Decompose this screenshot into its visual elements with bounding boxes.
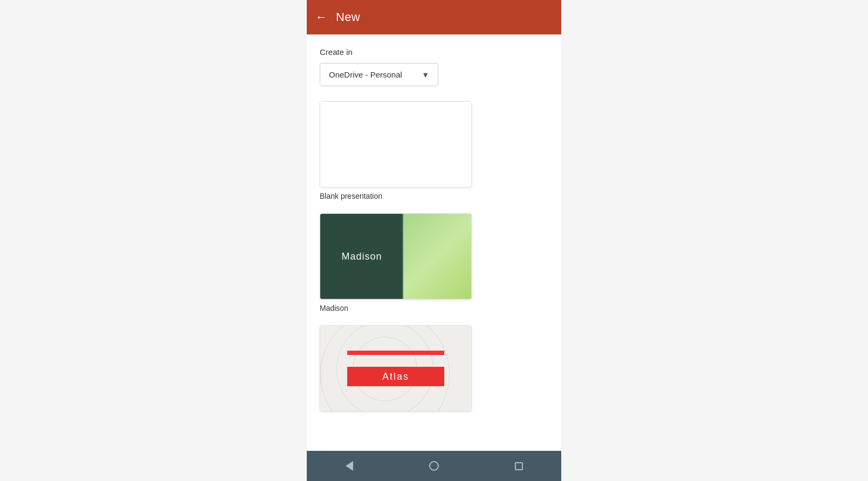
template-item-blank[interactable]: Blank presentation bbox=[320, 101, 548, 200]
create-in-dropdown[interactable]: OneDrive - Personal ▼ bbox=[320, 63, 438, 86]
madison-divider bbox=[402, 214, 403, 299]
chevron-down-icon: ▼ bbox=[422, 71, 429, 79]
madison-preview-text: Madison bbox=[341, 251, 382, 262]
atlas-red-bar: Atlas bbox=[347, 367, 444, 386]
phone-container: ← New Create in OneDrive - Personal ▼ Bl… bbox=[307, 0, 561, 481]
create-in-label: Create in bbox=[320, 47, 548, 57]
atlas-preview: Atlas bbox=[320, 326, 471, 411]
madison-preview: Madison bbox=[320, 214, 471, 299]
page-title: New bbox=[336, 10, 360, 24]
template-name-madison: Madison bbox=[320, 304, 548, 312]
blank-preview bbox=[320, 102, 471, 187]
template-name-blank: Blank presentation bbox=[320, 192, 548, 200]
nav-back-button[interactable] bbox=[336, 453, 362, 479]
dropdown-value: OneDrive - Personal bbox=[329, 70, 402, 79]
atlas-red-bar-top bbox=[347, 351, 444, 355]
nav-home-button[interactable] bbox=[421, 453, 447, 479]
template-item-madison[interactable]: Madison Madison bbox=[320, 213, 548, 312]
recent-nav-icon bbox=[515, 462, 523, 470]
content-area: Create in OneDrive - Personal ▼ Blank pr… bbox=[307, 34, 561, 451]
back-nav-icon bbox=[346, 461, 353, 471]
header: ← New bbox=[307, 0, 561, 34]
template-thumbnail-atlas: Atlas bbox=[320, 325, 472, 412]
madison-right-panel bbox=[403, 214, 471, 299]
bottom-navigation bbox=[307, 451, 561, 481]
madison-left-panel: Madison bbox=[320, 214, 403, 299]
back-button[interactable]: ← bbox=[315, 11, 327, 23]
atlas-preview-text: Atlas bbox=[382, 371, 409, 382]
template-item-atlas[interactable]: Atlas bbox=[320, 325, 548, 412]
template-thumbnail-blank bbox=[320, 101, 472, 187]
nav-recent-button[interactable] bbox=[506, 453, 532, 479]
template-thumbnail-madison: Madison bbox=[320, 213, 472, 299]
home-nav-icon bbox=[429, 461, 439, 471]
